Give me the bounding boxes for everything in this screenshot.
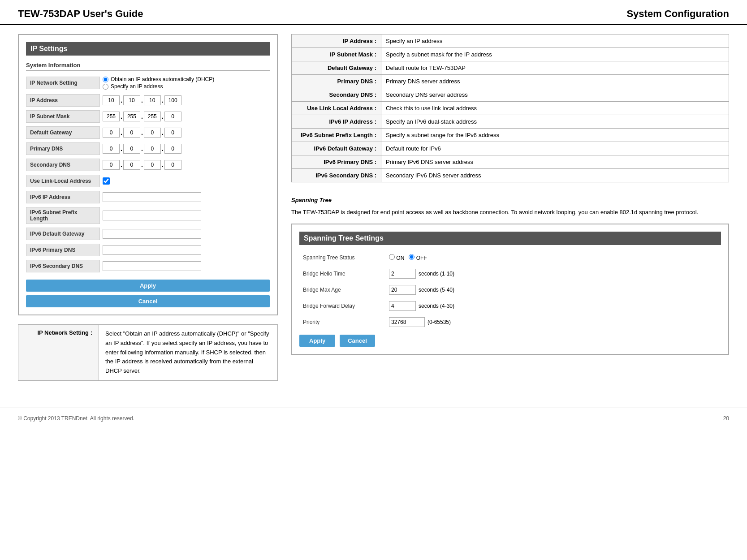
desc-value: Secondary IPv6 DNS server address <box>381 169 729 182</box>
ipv6-primary-dns-input[interactable] <box>103 245 201 255</box>
ip-dot-3: . <box>162 97 164 104</box>
ip-settings-box: IP Settings System Information IP Networ… <box>18 34 278 315</box>
ipv6-secondary-dns-input[interactable] <box>103 261 201 271</box>
priority-input[interactable] <box>389 317 425 327</box>
ip-network-radio-group: Obtain an IP address automatically (DHCP… <box>103 76 214 90</box>
subnet-octet4[interactable] <box>164 112 181 121</box>
table-row: IP Address :Specify an IP address <box>292 34 729 48</box>
ip-address-octet4[interactable] <box>164 95 181 105</box>
gateway-octet3[interactable] <box>144 128 161 138</box>
secondary-dns-label: Secondary DNS <box>26 159 100 171</box>
table-row: IPv6 Primary DNS :Primary IPv6 DNS serve… <box>292 155 729 169</box>
pdns-octet2[interactable] <box>123 144 140 154</box>
dhcp-radio[interactable] <box>103 77 108 82</box>
subnet-octet3[interactable] <box>144 112 161 121</box>
bridge-forward-delay-row: Bridge Forward Delay seconds (4-30) <box>299 300 721 312</box>
ip-address-value: . . . <box>100 95 270 106</box>
subnet-octet2[interactable] <box>123 112 140 121</box>
primary-dns-row: Primary DNS . . . <box>26 142 270 155</box>
pdns-dot-2: . <box>141 145 143 152</box>
bridge-hello-range: seconds (1-10) <box>419 271 454 277</box>
st-apply-button[interactable]: Apply <box>299 335 335 347</box>
link-local-value <box>100 177 270 185</box>
ipv6-address-value <box>100 191 270 203</box>
secondary-dns-row: Secondary DNS . . . <box>26 159 270 171</box>
table-row: IPv6 Default Gateway :Default route for … <box>292 142 729 155</box>
ip-settings-apply-button[interactable]: Apply <box>26 280 270 292</box>
st-off-label[interactable]: OFF <box>409 254 427 261</box>
st-status-label: Spanning Tree Status <box>299 253 389 263</box>
ip-settings-cancel-button[interactable]: Cancel <box>26 295 270 307</box>
desc-label: Use Link Local Address : <box>292 102 381 115</box>
st-on-radio[interactable] <box>389 254 395 260</box>
ipv6-subnet-input[interactable] <box>103 211 201 220</box>
bridge-max-age-value: seconds (5-40) <box>389 285 454 295</box>
sdns-octet4[interactable] <box>164 160 181 170</box>
gateway-octet1[interactable] <box>103 128 120 138</box>
desc-label: IPv6 Secondary DNS : <box>292 169 381 182</box>
right-panel: IP Address :Specify an IP addressIP Subn… <box>291 34 729 394</box>
spanning-tree-title: Spanning Tree <box>291 196 729 205</box>
bridge-forward-delay-input[interactable] <box>389 301 416 311</box>
dhcp-radio-label[interactable]: Obtain an IP address automatically (DHCP… <box>103 76 214 82</box>
bridge-max-age-label: Bridge Max Age <box>299 285 389 295</box>
ipv6-gateway-row: IPv6 Default Gateway <box>26 228 270 240</box>
table-row: Use Link Local Address :Check this to us… <box>292 102 729 115</box>
pdns-octet3[interactable] <box>144 144 161 154</box>
st-off-radio[interactable] <box>409 254 415 260</box>
gateway-input-group: . . . <box>103 128 181 138</box>
st-buttons: Apply Cancel <box>299 335 721 347</box>
page-footer: © Copyright 2013 TRENDnet. All rights re… <box>0 408 747 429</box>
bridge-hello-input[interactable] <box>389 269 416 279</box>
ip-settings-title: IP Settings <box>26 42 270 56</box>
ip-subnet-mask-label: IP Subnet Mask <box>26 110 100 123</box>
copyright-text: © Copyright 2013 TRENDnet. All rights re… <box>18 415 134 422</box>
bridge-hello-value: seconds (1-10) <box>389 269 454 279</box>
primary-dns-input-group: . . . <box>103 144 181 154</box>
secondary-dns-value: . . . <box>100 159 270 171</box>
default-gateway-value: . . . <box>100 127 270 138</box>
st-on-label[interactable]: ON <box>389 254 404 261</box>
subnet-octet1[interactable] <box>103 112 120 121</box>
ipv6-address-label: IPv6 IP Address <box>26 191 100 203</box>
sdns-octet2[interactable] <box>123 160 140 170</box>
ipv6-secondary-dns-label: IPv6 Secondary DNS <box>26 260 100 272</box>
ip-address-row: IP Address . . . <box>26 94 270 107</box>
pdns-octet4[interactable] <box>164 144 181 154</box>
pdns-octet1[interactable] <box>103 144 120 154</box>
info-box-row: IP Network Setting : Select "Obtain an I… <box>18 325 277 380</box>
link-local-row: Use Link-Local Address <box>26 175 270 187</box>
ipv6-gateway-label: IPv6 Default Gateway <box>26 228 100 240</box>
desc-label: IPv6 Default Gateway : <box>292 142 381 155</box>
spanning-tree-box-title: Spanning Tree Settings <box>299 232 721 245</box>
ip-address-octet3[interactable] <box>144 95 161 105</box>
ip-network-info-box: IP Network Setting : Select "Obtain an I… <box>18 324 278 381</box>
st-status-radio-group: ON OFF <box>389 254 427 261</box>
ip-address-octet1[interactable] <box>103 95 120 105</box>
ip-network-setting-label: IP Network Setting <box>26 77 100 89</box>
page-number: 20 <box>723 415 729 422</box>
sdns-octet3[interactable] <box>144 160 161 170</box>
bridge-max-age-row: Bridge Max Age seconds (5-40) <box>299 284 721 296</box>
bridge-forward-delay-label: Bridge Forward Delay <box>299 301 389 311</box>
priority-range: (0-65535) <box>427 319 451 325</box>
specify-radio-label[interactable]: Specify an IP address <box>103 83 214 90</box>
bridge-max-age-input[interactable] <box>389 285 416 295</box>
ipv6-address-input[interactable] <box>103 192 201 202</box>
desc-label: IPv6 Subnet Prefix Length : <box>292 129 381 142</box>
st-cancel-button[interactable]: Cancel <box>340 335 375 347</box>
link-local-label: Use Link-Local Address <box>26 175 100 187</box>
link-local-checkbox[interactable] <box>103 177 110 185</box>
desc-label: Default Gateway : <box>292 61 381 75</box>
specify-radio[interactable] <box>103 84 108 90</box>
gateway-octet2[interactable] <box>123 128 140 138</box>
gateway-octet4[interactable] <box>164 128 181 138</box>
desc-value: Primary IPv6 DNS server address <box>381 155 729 169</box>
gw-dot-1: . <box>121 129 122 136</box>
sdns-octet1[interactable] <box>103 160 120 170</box>
ipv6-gateway-input[interactable] <box>103 229 201 239</box>
info-box-label: IP Network Setting : <box>18 325 99 380</box>
desc-value: Secondary DNS server address <box>381 88 729 102</box>
ip-address-octet2[interactable] <box>123 95 140 105</box>
desc-label: IP Subnet Mask : <box>292 48 381 61</box>
